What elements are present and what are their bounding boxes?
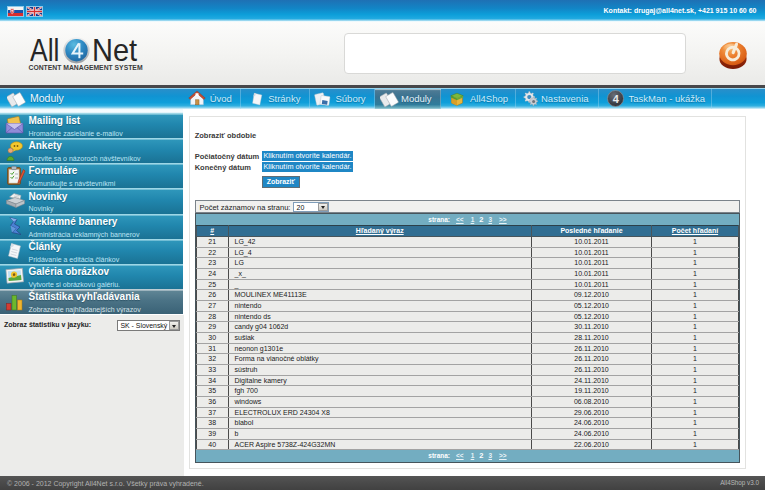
svg-text:4: 4 [612, 93, 619, 105]
